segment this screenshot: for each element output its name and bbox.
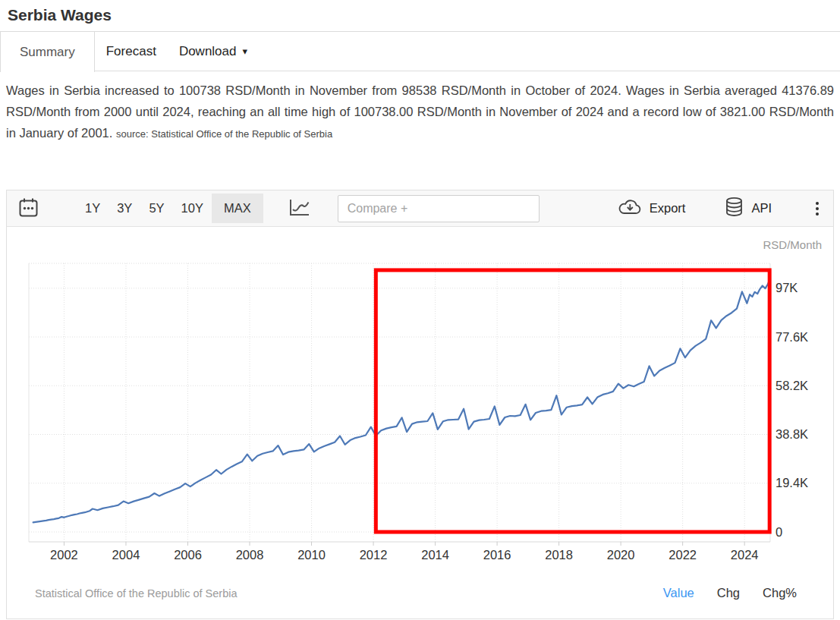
calendar-icon	[18, 197, 39, 220]
y-tick-label: 38.8K	[776, 427, 808, 441]
chart-type-button[interactable]	[288, 197, 310, 220]
title-bar: Serbia Wages	[0, 0, 840, 32]
x-tick-label: 2004	[112, 548, 140, 562]
link-chgpct[interactable]: Chg%	[763, 586, 797, 600]
y-tick-label: 19.4K	[776, 476, 808, 489]
x-tick-label: 2022	[669, 548, 697, 562]
tab-summary[interactable]: Summary	[0, 32, 95, 72]
y-tick-label: 58.2K	[776, 379, 808, 392]
source-note-label: source:	[116, 128, 149, 140]
wages-line-chart[interactable]: 2002200420062008201020122014201620182020…	[7, 227, 820, 618]
x-tick-label: 2014	[421, 548, 449, 562]
chevron-down-icon: ▾	[242, 46, 247, 57]
chart-area: 2002200420062008201020122014201620182020…	[7, 227, 833, 618]
source-note: source: Statistical Office of the Republ…	[116, 128, 332, 140]
line-chart-icon	[288, 197, 310, 220]
export-button[interactable]: Export	[618, 198, 686, 219]
chart-source-label: Statistical Office of the Republic of Se…	[35, 587, 238, 600]
api-button[interactable]: API	[725, 197, 772, 220]
x-tick-label: 2002	[50, 548, 78, 562]
chart-toolbar: 1Y3Y5Y10YMAX Export	[7, 190, 833, 227]
y-tick-label: 0	[776, 525, 782, 539]
link-chg[interactable]: Chg	[717, 586, 740, 600]
summary-text: Wages in Serbia increased to 100738 RSD/…	[6, 80, 834, 145]
link-value[interactable]: Value	[663, 586, 694, 600]
axis-unit-label: RSD/Month	[763, 238, 822, 251]
range-5y-button[interactable]: 5Y	[140, 197, 172, 220]
x-tick-label: 2008	[236, 548, 264, 562]
export-label: Export	[650, 201, 686, 216]
x-tick-label: 2018	[545, 548, 573, 562]
chart-footer: Statistical Office of the Republic of Se…	[7, 586, 833, 600]
database-icon	[725, 197, 744, 220]
y-tick-label: 97K	[776, 281, 798, 294]
chart-card: 1Y3Y5Y10YMAX Export	[6, 190, 834, 619]
tab-bar: Summary Forecast Download ▾	[0, 32, 840, 71]
x-tick-label: 2012	[360, 548, 388, 562]
x-tick-label: 2020	[607, 548, 635, 562]
kebab-menu-icon	[816, 202, 819, 205]
tab-forecast[interactable]: Forecast	[95, 32, 168, 71]
tab-download-label: Download	[179, 44, 237, 59]
page-title: Serbia Wages	[8, 6, 832, 24]
source-note-value: Statistical Office of the Republic of Se…	[151, 128, 332, 140]
wages-series-line	[33, 279, 770, 522]
range-10y-button[interactable]: 10Y	[173, 197, 212, 220]
calendar-button[interactable]	[18, 197, 39, 220]
range-1y-button[interactable]: 1Y	[77, 197, 109, 220]
y-tick-label: 77.6K	[776, 330, 808, 344]
series-mode-links: ValueChgChg%	[663, 586, 797, 600]
tab-download[interactable]: Download ▾	[168, 32, 259, 71]
range-max-button[interactable]: MAX	[212, 194, 263, 223]
cloud-download-icon	[618, 198, 642, 219]
x-tick-label: 2010	[297, 548, 326, 562]
compare-input[interactable]	[338, 195, 540, 222]
x-tick-label: 2024	[731, 548, 759, 562]
range-3y-button[interactable]: 3Y	[109, 197, 140, 220]
range-selector: 1Y3Y5Y10YMAX	[77, 194, 263, 223]
x-tick-label: 2016	[483, 548, 511, 562]
more-options-button[interactable]	[813, 199, 822, 219]
api-label: API	[751, 201, 772, 216]
x-tick-label: 2006	[174, 548, 202, 562]
